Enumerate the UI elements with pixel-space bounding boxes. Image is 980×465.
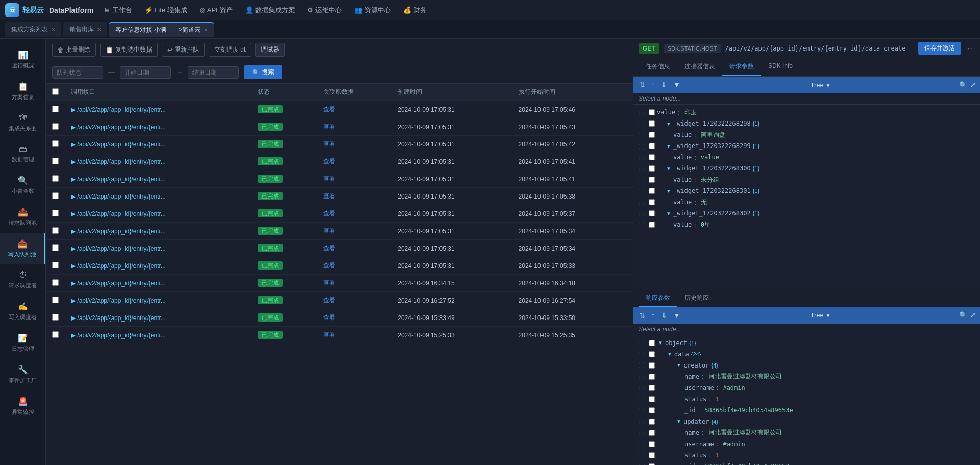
tab-close-solution-list[interactable]: ✕ (51, 27, 55, 32)
select-all-checkbox[interactable] (52, 88, 59, 95)
resp-tree-checkbox-8[interactable] (649, 430, 655, 436)
sidebar-item-request-scheduler[interactable]: ⏱ 请求调度者 (0, 264, 45, 296)
row-checkbox-7[interactable] (52, 227, 59, 234)
tree-expand-btn[interactable]: ⤢ (970, 81, 976, 89)
tab-close-sales[interactable]: ✕ (97, 27, 101, 32)
row-related-8[interactable]: 查看 (317, 240, 392, 257)
resp-tree-checkbox-2[interactable] (649, 362, 655, 369)
sidebar-item-log-mgmt[interactable]: 📝 日志管理 (0, 327, 45, 359)
row-checkbox-5[interactable] (52, 192, 59, 199)
row-checkbox-9[interactable] (52, 262, 59, 268)
sidebar-item-write-queue[interactable]: 📤 写入队列池 (0, 233, 45, 264)
tree-sort-btn[interactable]: ⇓ (659, 81, 669, 89)
sidebar-item-small-query[interactable]: 🔍 小青查数 (0, 169, 45, 201)
row-related-2[interactable]: 查看 (317, 136, 392, 153)
row-related-1[interactable]: 查看 (317, 118, 392, 136)
tree-node-checkbox-5[interactable] (649, 165, 655, 172)
batch-delete-button[interactable]: 🗑 批量删除 (52, 43, 96, 57)
tree-toggle-3[interactable]: ▼ (666, 143, 671, 149)
tree-node-checkbox-6[interactable] (649, 177, 655, 183)
resp-tree-checkbox-10[interactable] (649, 452, 655, 458)
resp-tree-checkbox-4[interactable] (649, 385, 655, 391)
resp-tree-search-btn[interactable]: 🔍 (959, 311, 967, 319)
row-checkbox-12[interactable] (52, 314, 59, 321)
row-related-0[interactable]: 查看 (317, 101, 392, 118)
tab-sdk-info[interactable]: SDK Info (761, 58, 800, 76)
tree-node-checkbox-3[interactable] (649, 143, 655, 149)
tree-search-btn[interactable]: 🔍 (959, 81, 967, 89)
tab-history-response[interactable]: 历史响应 (677, 290, 716, 307)
resp-tree-toggle-2[interactable]: ▼ (676, 362, 681, 368)
row-checkbox-11[interactable] (52, 297, 59, 303)
row-checkbox-13[interactable] (52, 331, 59, 338)
row-related-11[interactable]: 查看 (317, 292, 392, 309)
row-related-12[interactable]: 查看 (317, 309, 392, 327)
save-activate-button[interactable]: 保存并激活 (918, 42, 961, 55)
resp-tree-sort-btn[interactable]: ⇓ (659, 311, 669, 320)
nav-datasolution[interactable]: 👤 数据集成方案 (245, 6, 295, 15)
tree-toggle-7[interactable]: ▼ (666, 188, 671, 194)
sidebar-item-solution-info[interactable]: 📋 方案信息 (0, 76, 45, 107)
resp-tree-checkbox-11[interactable] (649, 463, 655, 466)
resp-tree-checkbox-9[interactable] (649, 441, 655, 447)
resp-tree-checkbox-1[interactable] (649, 351, 655, 357)
tree-node-checkbox-8[interactable] (649, 199, 655, 205)
queue-status-filter[interactable] (52, 66, 103, 79)
tree-node-checkbox-10[interactable] (649, 222, 655, 228)
tree-node-checkbox-9[interactable] (649, 210, 655, 216)
search-button[interactable]: 🔍 搜索 (244, 65, 282, 79)
resp-tree-collapse-btn[interactable]: ↑ (650, 311, 656, 320)
resp-tree-expand-btn[interactable]: ⤢ (970, 311, 976, 319)
nav-finance[interactable]: 💰 财务 (403, 6, 427, 15)
tree-toggle-1[interactable]: ▼ (666, 121, 671, 127)
tab-request-params[interactable]: 请求参数 (722, 58, 761, 76)
sidebar-item-event-factory[interactable]: 🔧 事件加工厂 (0, 359, 45, 390)
tree-node-checkbox-0[interactable] (649, 109, 655, 115)
more-options-button[interactable]: ··· (965, 44, 975, 52)
tab-response-params[interactable]: 响应参数 (639, 290, 677, 307)
tree-node-checkbox-7[interactable] (649, 188, 655, 194)
row-related-6[interactable]: 查看 (317, 205, 392, 223)
debug-button[interactable]: 调试器 (255, 43, 285, 57)
tab-task-info[interactable]: 任务信息 (639, 58, 677, 76)
copy-filter-button[interactable]: 📋 复制选中数据 (100, 43, 158, 57)
row-checkbox-8[interactable] (52, 244, 59, 251)
tree-node-checkbox-2[interactable] (649, 132, 655, 138)
row-checkbox-10[interactable] (52, 279, 59, 286)
row-related-5[interactable]: 查看 (317, 188, 392, 205)
row-related-9[interactable]: 查看 (317, 257, 392, 275)
nav-api[interactable]: ◎ API 资产 (200, 6, 233, 15)
sidebar-item-anomaly-monitor[interactable]: 🚨 异常监控 (0, 390, 45, 422)
row-related-3[interactable]: 查看 (317, 153, 392, 170)
row-checkbox-2[interactable] (52, 140, 59, 147)
resp-tree-checkbox-5[interactable] (649, 396, 655, 402)
resp-tree-checkbox-0[interactable] (649, 340, 655, 346)
resp-tree-expand-all-btn[interactable]: ⇅ (638, 311, 647, 320)
resp-tree-checkbox-3[interactable] (649, 374, 655, 380)
tab-close-customer[interactable]: ✕ (204, 27, 208, 33)
nav-lite[interactable]: ⚡ Lite 轻集成 (144, 6, 187, 15)
tree-node-checkbox-4[interactable] (649, 154, 655, 160)
sidebar-item-request-queue[interactable]: 📥 请求队列池 (0, 201, 45, 233)
tree-expand-all-btn[interactable]: ⇅ (638, 81, 647, 89)
sidebar-item-overview[interactable]: 📊 运行概况 (0, 44, 45, 76)
tab-connector-info[interactable]: 连接器信息 (677, 58, 722, 76)
row-related-7[interactable]: 查看 (317, 223, 392, 240)
tree-toggle-9[interactable]: ▼ (666, 211, 671, 216)
resp-tree-toggle-0[interactable]: ▼ (658, 340, 663, 346)
sidebar-item-data-mgmt[interactable]: 🗃 数据管理 (0, 138, 45, 169)
resp-tree-checkbox-6[interactable] (649, 407, 655, 413)
schedule-now-button[interactable]: 立刻调度 dt (209, 43, 251, 57)
resp-tree-toggle-7[interactable]: ▼ (676, 419, 681, 424)
sidebar-item-integration-map[interactable]: 🗺 集成关系图 (0, 107, 45, 138)
sidebar-item-write-scheduler[interactable]: ✍ 写入调度者 (0, 296, 45, 327)
tab-sales[interactable]: 销售出库 ✕ (63, 22, 107, 37)
resp-tree-filter-btn[interactable]: ▼ (672, 311, 682, 320)
tree-toggle-5[interactable]: ▼ (666, 166, 671, 172)
tree-node-checkbox-1[interactable] (649, 120, 655, 127)
tab-customer[interactable]: 客户信息对接-小满——>简道云 ✕ (109, 22, 214, 37)
row-checkbox-0[interactable] (52, 106, 59, 112)
nav-resource[interactable]: 👥 资源中心 (354, 6, 391, 15)
resp-tree-toggle-1[interactable]: ▼ (667, 351, 672, 357)
row-related-13[interactable]: 查看 (317, 327, 392, 344)
